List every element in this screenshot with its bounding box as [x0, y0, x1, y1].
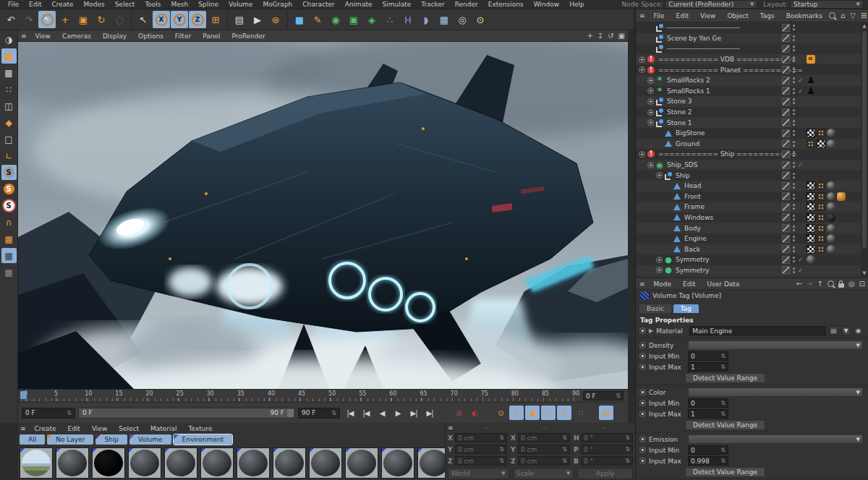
visibility-dots-icon[interactable]	[793, 204, 795, 210]
layer-tab-no-layer[interactable]: No Layer	[47, 434, 93, 445]
om-menu-object[interactable]: Object	[722, 12, 753, 20]
attr-tab-tag[interactable]: Tag	[673, 304, 699, 313]
lock-workplane-button[interactable]: ▦	[1, 265, 17, 280]
note-tag-icon[interactable]	[807, 55, 815, 64]
object-row-ship[interactable]: +!=========== Ship ===========	[636, 149, 861, 160]
density-input-max-field[interactable]: 1⇅	[688, 362, 728, 372]
object-row-[interactable]: -------------------------------	[636, 22, 861, 33]
object-row-ship[interactable]: +Ship	[636, 170, 861, 181]
emission-gradient-dropdown[interactable]: ▼	[688, 434, 863, 444]
coord-mode-dropdown[interactable]: World ▼	[448, 468, 509, 479]
spinner-icon[interactable]: ⇅	[499, 446, 504, 453]
density-detect-value-range-button[interactable]: Detect Value Range	[685, 373, 765, 383]
viewport-menu-cameras[interactable]: Cameras	[57, 33, 96, 40]
dots-tag-icon[interactable]	[817, 202, 825, 211]
keyable-dot-icon[interactable]	[639, 389, 646, 395]
camera-button[interactable]: ◎	[454, 11, 471, 28]
key-rotation-button[interactable]: ○	[541, 406, 556, 420]
layer-toggle-icon[interactable]	[782, 161, 790, 169]
menu-animate[interactable]: Animate	[340, 1, 378, 8]
layer-tab-ship[interactable]: Ship	[95, 434, 127, 445]
axis-mode-button[interactable]: ∟	[1, 148, 17, 163]
next-frame-button[interactable]: ▶|	[407, 406, 421, 420]
menu-extensions[interactable]: Extensions	[483, 1, 529, 8]
viewport-solo-single-button[interactable]: S	[1, 181, 17, 197]
menu-mesh[interactable]: Mesh	[166, 1, 194, 8]
rotate-button[interactable]: ↻	[93, 11, 110, 28]
visibility-dots-icon[interactable]	[793, 183, 795, 189]
keyable-dot-icon[interactable]	[639, 436, 646, 442]
object-row-ship-sds[interactable]: +◉Ship_SDS✓	[636, 160, 861, 171]
attr-menu-user-data[interactable]: User Data	[702, 280, 745, 288]
layer-toggle-icon[interactable]	[782, 34, 790, 42]
layer-toggle-icon[interactable]	[782, 203, 790, 211]
visibility-dots-icon[interactable]	[793, 77, 795, 83]
object-row-symmetry[interactable]: +●Symmetry✓	[636, 254, 861, 265]
menu-spline[interactable]: Spline	[193, 1, 224, 8]
deformer-button[interactable]: ▣	[345, 11, 362, 28]
dots-tag-icon[interactable]	[817, 213, 825, 222]
scale-x-field[interactable]: 0 cm⇅	[518, 433, 570, 442]
expand-icon[interactable]: +	[647, 98, 654, 105]
spinner-icon[interactable]: ⇅	[625, 458, 630, 464]
coord-system-button[interactable]: ⊞	[207, 11, 224, 28]
layer-toggle-icon[interactable]	[782, 192, 790, 200]
expand-icon[interactable]: +	[656, 257, 663, 263]
object-row-stone-2[interactable]: +Stone 2	[636, 107, 861, 118]
record-simulation-button[interactable]: ⊘	[451, 406, 466, 420]
expand-icon[interactable]: +	[647, 109, 654, 116]
layer-toggle-icon[interactable]	[782, 56, 790, 64]
layer-toggle-icon[interactable]	[782, 98, 790, 106]
spinner-icon[interactable]: ⇅	[562, 458, 567, 464]
timeline-playhead[interactable]	[20, 391, 27, 399]
visibility-dots-icon[interactable]	[793, 151, 795, 157]
material-thumb-4[interactable]	[128, 447, 161, 479]
viewport-menu-icon[interactable]: ≡	[21, 33, 27, 40]
model-mode-button[interactable]: ■	[1, 48, 17, 64]
dots-tag-icon[interactable]	[817, 129, 825, 137]
color-detect-value-range-button[interactable]: Detect Value Range	[685, 420, 765, 430]
search-icon[interactable]	[829, 12, 835, 19]
menu-tracker[interactable]: Tracker	[416, 1, 449, 8]
layer-toggle-icon[interactable]	[782, 224, 790, 232]
layer-tab-volume[interactable]: Volume	[129, 434, 171, 445]
om-menu-bookmarks[interactable]: Bookmarks	[781, 12, 827, 20]
spinner-icon[interactable]: ⇅	[562, 434, 567, 441]
om-menu-view[interactable]: View	[695, 12, 720, 20]
visibility-dots-icon[interactable]	[793, 173, 795, 179]
frame-number-field[interactable]: 0 F ⇅	[22, 408, 75, 419]
visibility-dots-icon[interactable]	[793, 98, 795, 104]
dots-tag-icon[interactable]	[817, 181, 825, 190]
link-dropdown-icon[interactable]: ▼	[841, 326, 851, 335]
sphere-tag-icon[interactable]	[827, 245, 835, 254]
layer-toggle-icon[interactable]	[782, 108, 790, 116]
scale-y-field[interactable]: 0 cm⇅	[518, 445, 570, 454]
dots-tag-icon[interactable]	[817, 245, 825, 254]
object-row-front[interactable]: Front	[636, 192, 861, 202]
toggle-view-icon[interactable]: ▣	[618, 32, 625, 40]
light-button[interactable]: ⊙	[472, 11, 489, 28]
play-button[interactable]: ▶	[391, 406, 405, 420]
menu-help[interactable]: Help	[564, 1, 590, 8]
viewport-menu-options[interactable]: Options	[133, 33, 169, 40]
menu-edit[interactable]: Edit	[24, 1, 46, 8]
volume-generator-button[interactable]: ∴	[381, 11, 399, 28]
layer-toggle-icon[interactable]	[782, 66, 790, 74]
goto-end-button[interactable]: ▶|	[422, 406, 437, 420]
coordinates-menu-icon[interactable]: ≡	[448, 424, 454, 432]
timeline-window-button[interactable]: ▤	[599, 406, 613, 420]
visibility-dots-icon[interactable]	[793, 215, 795, 220]
visibility-dots-icon[interactable]	[793, 56, 795, 62]
expand-icon[interactable]: +	[647, 119, 654, 126]
filter-icon[interactable]: ▽	[850, 12, 856, 20]
layer-toggle-icon[interactable]	[782, 213, 790, 221]
point-mode-button[interactable]: ∷	[1, 82, 17, 97]
viewport-menu-panel[interactable]: Panel	[197, 33, 225, 40]
gold-tag-icon[interactable]	[837, 192, 846, 201]
rotate-view-icon[interactable]: ↺	[608, 32, 613, 40]
om-menu-edit[interactable]: Edit	[671, 12, 694, 20]
expand-icon[interactable]: +	[647, 87, 654, 94]
expand-icon[interactable]: +	[639, 151, 645, 158]
keyable-dot-icon[interactable]	[639, 364, 646, 370]
dots-tag-icon[interactable]	[807, 140, 815, 148]
